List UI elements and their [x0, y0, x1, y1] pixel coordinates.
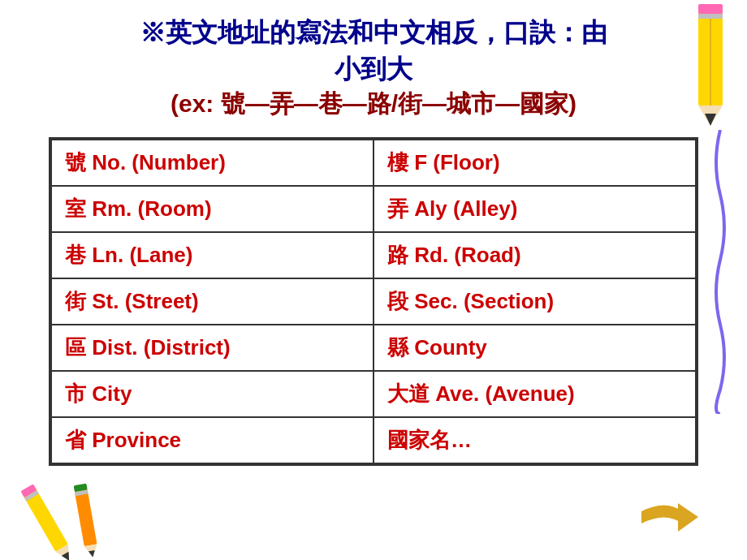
header-line2: 小到大 [49, 51, 698, 88]
svg-rect-3 [698, 4, 723, 14]
pencil-top-right-icon [682, 0, 739, 130]
svg-marker-13 [89, 550, 96, 558]
svg-marker-16 [678, 503, 698, 532]
table-row: 街 St. (Street)段 Sec. (Section) [51, 278, 696, 325]
table-cell-right-3: 段 Sec. (Section) [374, 278, 696, 325]
header-section: ※英文地址的寫法和中文相反，口訣：由 小到大 (ex: 號—弄—巷—路/街—城市… [0, 0, 747, 131]
svg-rect-4 [698, 14, 723, 19]
table-row: 號 No. (Number)樓 F (Floor) [51, 140, 696, 186]
table-cell-left-5: 市 City [51, 371, 374, 417]
table-cell-left-6: 省 Province [51, 417, 374, 463]
table-row: 區 Dist. (District)縣 County [51, 325, 696, 371]
table-cell-left-2: 巷 Ln. (Lane) [51, 232, 374, 278]
table-row: 室 Rm. (Room)弄 Aly (Alley) [51, 186, 696, 232]
header-line1: ※英文地址的寫法和中文相反，口訣：由 [49, 15, 698, 51]
header-line3: (ex: 號—弄—巷—路/街—城市—國家) [49, 88, 698, 121]
table-cell-right-6: 國家名… [374, 417, 696, 463]
table-row: 市 City大道 Ave. (Avenue) [51, 371, 696, 417]
table-cell-right-2: 路 Rd. (Road) [374, 232, 696, 278]
table-cell-right-0: 樓 F (Floor) [374, 140, 696, 186]
table-row: 省 Province國家名… [51, 417, 696, 463]
table-row: 巷 Ln. (Lane)路 Rd. (Road) [51, 232, 696, 278]
table-cell-right-1: 弄 Aly (Alley) [374, 186, 696, 232]
table-cell-left-3: 街 St. (Street) [51, 278, 374, 325]
table-cell-left-4: 區 Dist. (District) [51, 325, 374, 371]
slide-container: ※英文地址的寫法和中文相反，口訣：由 小到大 (ex: 號—弄—巷—路/街—城市… [0, 0, 747, 560]
address-table: 號 No. (Number)樓 F (Floor)室 Rm. (Room)弄 A… [49, 137, 698, 466]
table-grid: 號 No. (Number)樓 F (Floor)室 Rm. (Room)弄 A… [50, 139, 697, 464]
table-cell-left-1: 室 Rm. (Room) [51, 186, 374, 232]
table-cell-right-5: 大道 Ave. (Avenue) [374, 371, 696, 417]
svg-rect-11 [75, 488, 97, 546]
table-cell-right-4: 縣 County [374, 325, 696, 371]
pencils-bottom-left-icon [0, 463, 162, 560]
table-cell-left-0: 號 No. (Number) [51, 140, 374, 186]
wavy-line-right-icon [708, 130, 732, 414]
arrow-bottom-right-icon [633, 495, 698, 544]
svg-marker-2 [705, 114, 716, 126]
